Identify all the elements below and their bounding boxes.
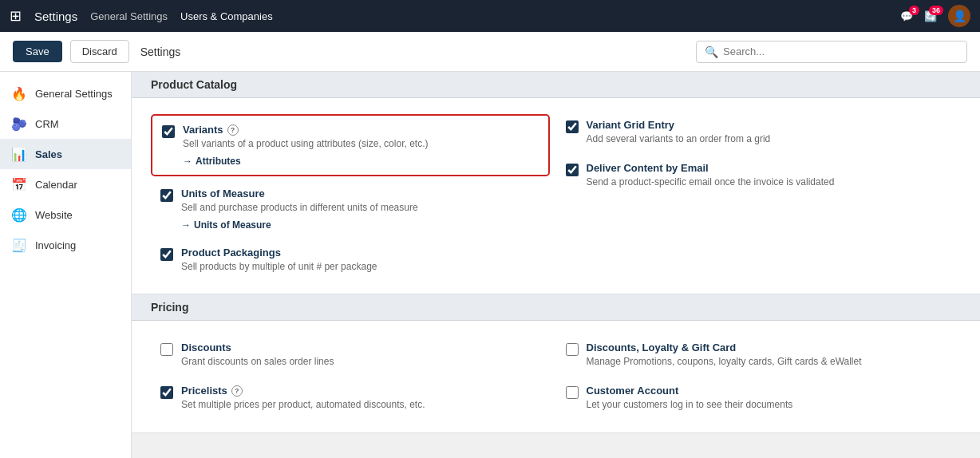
- sidebar-item-invoicing[interactable]: 🧾 Invoicing: [0, 230, 131, 260]
- discounts-loyalty-checkbox[interactable]: [566, 343, 579, 356]
- discounts-desc: Grant discounts on sales order lines: [181, 355, 547, 369]
- nav-link-users-companies[interactable]: Users & Companies: [180, 10, 273, 22]
- discounts-loyalty-title: Discounts, Loyalty & Gift Card: [587, 342, 952, 353]
- discounts-info: Discounts Grant discounts on sales order…: [181, 342, 547, 369]
- section-body-pricing: Discounts Grant discounts on sales order…: [132, 321, 980, 433]
- variant-grid-info: Variant Grid Entry Add several variants …: [587, 119, 952, 146]
- chat-badge: 3: [909, 6, 919, 15]
- main-layout: 🔥 General Settings 🫐 CRM 📊 Sales 📅 Calen…: [0, 72, 980, 458]
- sidebar-label-invoicing: Invoicing: [35, 239, 76, 251]
- sidebar-item-calendar[interactable]: 📅 Calendar: [0, 169, 131, 199]
- sales-icon: 📊: [11, 146, 27, 162]
- section-pricing: Pricing Discounts Grant discounts on sal…: [132, 294, 980, 433]
- setting-item-product-packagings: Product Packagings Sell products by mult…: [151, 239, 556, 282]
- website-icon: 🌐: [11, 207, 27, 223]
- deliver-by-email-info: Deliver Content by Email Send a product-…: [587, 162, 952, 189]
- discounts-loyalty-info: Discounts, Loyalty & Gift Card Manage Pr…: [587, 342, 952, 369]
- sidebar-label-general-settings: General Settings: [35, 88, 113, 100]
- variants-title: Variants ?: [183, 124, 539, 136]
- variant-grid-checkbox[interactable]: [566, 120, 579, 133]
- variants-link[interactable]: → Attributes: [183, 156, 539, 167]
- section-product-catalog: Product Catalog Variants ?: [132, 72, 980, 294]
- units-of-measure-link[interactable]: → Units of Measure: [181, 219, 547, 231]
- pricelists-info: Pricelists ? Set multiple prices per pro…: [181, 385, 547, 412]
- search-icon: 🔍: [705, 45, 718, 58]
- pricing-left-col: Discounts Grant discounts on sales order…: [151, 334, 556, 420]
- discard-button[interactable]: Discard: [70, 40, 129, 63]
- deliver-by-email-title: Deliver Content by Email: [587, 162, 952, 174]
- discounts-title: Discounts: [181, 342, 547, 353]
- top-navigation: ⊞ Settings General Settings Users & Comp…: [0, 0, 980, 32]
- variants-help-icon[interactable]: ?: [227, 124, 239, 136]
- sidebar-item-website[interactable]: 🌐 Website: [0, 199, 131, 230]
- setting-item-pricelists: Pricelists ? Set multiple prices per pro…: [151, 377, 556, 420]
- sidebar-label-calendar: Calendar: [35, 179, 77, 191]
- deliver-by-email-checkbox[interactable]: [566, 164, 579, 176]
- setting-item-variant-grid: Variant Grid Entry Add several variants …: [556, 111, 962, 154]
- nav-link-general-settings[interactable]: General Settings: [90, 10, 168, 22]
- save-button[interactable]: Save: [13, 41, 62, 62]
- pricelists-checkbox[interactable]: [160, 386, 173, 399]
- units-of-measure-title: Units of Measure: [181, 188, 547, 199]
- product-packagings-desc: Sell products by multiple of unit # per …: [181, 260, 547, 274]
- product-packagings-checkbox[interactable]: [160, 248, 173, 261]
- variants-checkbox[interactable]: [162, 125, 175, 138]
- product-catalog-left-col: Variants ? Sell variants of a product us…: [151, 111, 556, 281]
- search-bar[interactable]: 🔍: [696, 41, 967, 63]
- pricelists-title: Pricelists ?: [181, 385, 547, 397]
- product-packagings-title: Product Packagings: [181, 247, 547, 259]
- search-input[interactable]: [723, 45, 958, 57]
- sidebar-item-general-settings[interactable]: 🔥 General Settings: [0, 78, 131, 109]
- setting-item-discounts: Discounts Grant discounts on sales order…: [151, 334, 556, 377]
- sidebar-item-crm[interactable]: 🫐 CRM: [0, 109, 131, 139]
- setting-item-customer-account: Customer Account Let your customers log …: [556, 377, 962, 420]
- user-avatar[interactable]: 👤: [948, 5, 970, 27]
- setting-item-deliver-by-email: Deliver Content by Email Send a product-…: [556, 154, 962, 197]
- product-packagings-info: Product Packagings Sell products by mult…: [181, 247, 547, 274]
- sidebar-item-sales[interactable]: 📊 Sales: [0, 139, 131, 169]
- pricelists-desc: Set multiple prices per product, automat…: [181, 398, 547, 412]
- app-title: Settings: [34, 10, 77, 23]
- customer-account-info: Customer Account Let your customers log …: [587, 385, 952, 412]
- variants-desc: Sell variants of a product using attribu…: [183, 137, 539, 151]
- product-catalog-right-col: Variant Grid Entry Add several variants …: [556, 111, 962, 281]
- settings-content: Product Catalog Variants ?: [132, 72, 980, 458]
- units-of-measure-checkbox[interactable]: [160, 189, 173, 202]
- variant-grid-title: Variant Grid Entry: [587, 119, 952, 131]
- crm-icon: 🫐: [11, 116, 27, 132]
- updates-badge: 36: [929, 6, 943, 15]
- deliver-by-email-desc: Send a product-specific email once the i…: [587, 176, 952, 189]
- units-of-measure-desc: Sell and purchase products in different …: [181, 201, 547, 215]
- app-grid-icon[interactable]: ⊞: [10, 7, 22, 25]
- setting-item-discounts-loyalty: Discounts, Loyalty & Gift Card Manage Pr…: [556, 334, 962, 377]
- customer-account-checkbox[interactable]: [566, 386, 579, 399]
- sidebar-label-sales: Sales: [35, 148, 62, 160]
- general-settings-icon: 🔥: [11, 85, 27, 101]
- chat-notification[interactable]: 💬 3: [900, 10, 913, 22]
- section-header-product-catalog: Product Catalog: [132, 72, 980, 98]
- pricelists-help-icon[interactable]: ?: [231, 385, 243, 397]
- invoicing-icon: 🧾: [11, 237, 27, 253]
- setting-item-units-of-measure: Units of Measure Sell and purchase produ…: [151, 180, 556, 239]
- pricing-right-col: Discounts, Loyalty & Gift Card Manage Pr…: [556, 334, 962, 420]
- discounts-checkbox[interactable]: [160, 343, 173, 356]
- discounts-loyalty-desc: Manage Promotions, coupons, loyalty card…: [587, 355, 952, 369]
- sidebar-label-crm: CRM: [35, 118, 59, 130]
- variants-info: Variants ? Sell variants of a product us…: [183, 124, 539, 167]
- top-nav-links: General Settings Users & Companies: [90, 10, 272, 22]
- sidebar-label-website: Website: [35, 209, 73, 221]
- units-of-measure-info: Units of Measure Sell and purchase produ…: [181, 188, 547, 231]
- calendar-icon: 📅: [11, 176, 27, 192]
- page-label: Settings: [140, 45, 181, 58]
- section-body-product-catalog: Variants ? Sell variants of a product us…: [132, 98, 980, 294]
- toolbar: Save Discard Settings 🔍: [0, 32, 980, 72]
- setting-item-variants: Variants ? Sell variants of a product us…: [151, 114, 550, 176]
- customer-account-title: Customer Account: [587, 385, 952, 397]
- customer-account-desc: Let your customers log in to see their d…: [587, 398, 952, 412]
- sidebar: 🔥 General Settings 🫐 CRM 📊 Sales 📅 Calen…: [0, 72, 132, 458]
- section-header-pricing: Pricing: [132, 294, 980, 321]
- variant-grid-desc: Add several variants to an order from a …: [587, 132, 952, 146]
- updates-notification[interactable]: 🔄 36: [924, 10, 937, 22]
- top-nav-right: 💬 3 🔄 36 👤: [900, 5, 970, 27]
